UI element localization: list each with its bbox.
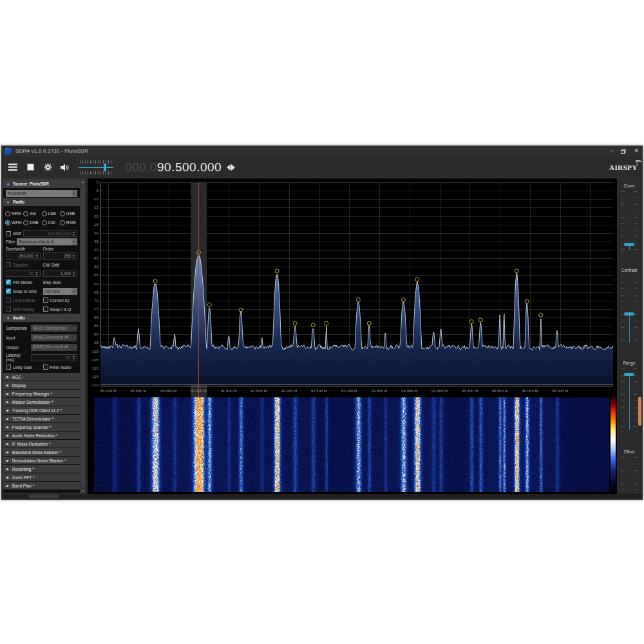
collapsed-panel-tracking-dde-client-v1-2[interactable]: ▶Tracking DDE Client v1.2 * xyxy=(3,406,80,414)
collapsed-panel-frequency-scanner[interactable]: ▶Frequency Scanner * xyxy=(3,423,80,431)
tune-down-arrow[interactable] xyxy=(227,164,231,171)
order-spinner[interactable]: 250▲▼ xyxy=(43,252,78,260)
swap-iq-checkbox[interactable] xyxy=(43,307,48,312)
step-size-select[interactable]: 100 kHz▼ xyxy=(43,288,78,295)
scroll-up-icon[interactable]: ▲ xyxy=(80,179,86,185)
latency-spinner[interactable]: 51▲▼ xyxy=(31,354,77,361)
collapsed-panel-if-noise-reduction[interactable]: ▶IF Noise Reduction * xyxy=(3,440,80,448)
expand-triangle-icon: ▶ xyxy=(6,425,9,429)
spinner-arrows-icon[interactable]: ▲▼ xyxy=(71,270,76,276)
volume-slider[interactable] xyxy=(77,160,115,175)
mode-radio-wfm[interactable]: WFM xyxy=(5,218,23,227)
spinner-arrows-icon[interactable]: ▲▼ xyxy=(71,355,76,361)
unity-gain-checkbox[interactable] xyxy=(6,365,11,370)
range-slider-thumb[interactable] xyxy=(624,373,634,376)
audio-input-select[interactable]: [MME] Microsoft 声▼ xyxy=(31,334,77,341)
range-slider-track[interactable] xyxy=(620,367,639,431)
panel-label: Frequency Manager * xyxy=(12,392,53,396)
collapsed-panel-band-plan[interactable]: ▶Band Plan * xyxy=(3,482,80,489)
mode-radio-lsb[interactable]: LSB xyxy=(42,209,60,218)
squelch-checkbox[interactable] xyxy=(6,262,11,267)
horizontal-scrollbar-thumb[interactable] xyxy=(29,495,59,498)
audio-mute-button[interactable] xyxy=(59,162,71,173)
fm-stereo-checkbox[interactable] xyxy=(6,279,11,285)
tune-up-arrow[interactable] xyxy=(231,164,235,171)
minimize-button[interactable]: – xyxy=(610,148,613,154)
freq-tick-label: 89.500 M xyxy=(126,389,151,393)
db-tick-label: -65 xyxy=(87,290,99,294)
mode-radio-cw[interactable]: CW xyxy=(42,218,60,227)
contrast-slider[interactable]: Contrast xyxy=(617,267,641,344)
swap-iq-label: Swap I & Q xyxy=(50,307,71,312)
horizontal-scrollbar[interactable] xyxy=(3,494,641,498)
close-button[interactable]: ✕ xyxy=(634,148,639,154)
contrast-slider-thumb[interactable] xyxy=(624,312,634,316)
mode-radio-am[interactable]: AM xyxy=(23,209,41,218)
spinner-arrows-icon[interactable]: ▲▼ xyxy=(35,253,39,259)
squelch-spinner[interactable]: 50▲▼ xyxy=(6,270,41,277)
mode-radio-usb[interactable]: USB xyxy=(60,209,78,218)
collapsed-panel-baseband-noise-blanker[interactable]: ▶Baseband Noise Blanker * xyxy=(3,448,80,456)
spectrum-plot[interactable] xyxy=(100,182,613,385)
shift-value-spinner[interactable]: -120,000,000 ▲▼ xyxy=(23,230,77,237)
db-tick-label: -105 xyxy=(87,358,99,362)
mode-radio-raw[interactable]: RAW xyxy=(60,218,78,227)
lock-carrier-label: Lock Carrier xyxy=(13,298,35,303)
collapsed-panel-frequency-manager[interactable]: ▶Frequency Manager * xyxy=(3,390,80,397)
audio-panel-header[interactable]: ▼Audio xyxy=(3,314,80,322)
db-tick-label: -30 xyxy=(87,231,99,235)
collapsed-panel-demodulator-noise-blanker[interactable]: ▶Demodulator Noise Blanker * xyxy=(3,457,80,464)
collapsed-panel-zoom-fft[interactable]: ▶Zoom FFT * xyxy=(3,473,80,481)
radio-panel-header[interactable]: ▼Radio xyxy=(3,198,80,206)
source-panel-header[interactable]: ▼Source: PlutoSDR xyxy=(3,180,80,188)
bandwidth-spinner[interactable]: 250,000▲▼ xyxy=(6,252,41,260)
db-tick-label: -120 xyxy=(87,383,99,387)
waterfall-display[interactable] xyxy=(94,397,609,492)
spinner-arrows-icon[interactable]: ▲▼ xyxy=(71,253,76,259)
offset-slider-track[interactable] xyxy=(620,456,639,500)
stop-button[interactable] xyxy=(24,162,36,173)
menu-button[interactable] xyxy=(7,162,19,173)
collapsed-panel-agc[interactable]: ▶AGC xyxy=(3,373,80,381)
sidebar-scrollbar[interactable]: ▲ ▼ xyxy=(80,179,86,494)
collapsed-panel-meteor-demodulator[interactable]: ▶Meteor Demodulator * xyxy=(3,398,80,406)
collapsed-panel-display[interactable]: ▶Display xyxy=(3,381,80,389)
audio-output-select[interactable]: [MME] Microsoft 声▼ xyxy=(31,344,77,351)
shift-checkbox[interactable] xyxy=(6,231,11,236)
spinner-arrows-icon[interactable]: ▲▼ xyxy=(71,231,76,236)
sidebar-scrollbar-thumb[interactable] xyxy=(80,185,85,488)
anti-fading-checkbox[interactable] xyxy=(6,307,11,312)
snap-to-grid-checkbox[interactable] xyxy=(6,289,11,294)
samplerate-select[interactable]: 48000 sample/sec▼ xyxy=(31,325,77,332)
scroll-down-icon[interactable]: ▼ xyxy=(80,488,86,494)
chevron-down-icon: ▼ xyxy=(71,288,77,295)
volume-thumb[interactable] xyxy=(104,164,106,171)
offset-slider[interactable]: Offset xyxy=(617,448,641,500)
freq-tick-label: 91.000 M xyxy=(216,389,242,393)
panel-scrollbar-thumb[interactable] xyxy=(638,397,641,426)
zoom-slider-thumb[interactable] xyxy=(624,243,634,246)
expand-triangle-icon: ▶ xyxy=(6,459,9,462)
cw-shift-spinner[interactable]: 1,000▲▼ xyxy=(43,270,78,277)
expand-triangle-icon: ▶ xyxy=(6,467,9,471)
restore-button[interactable] xyxy=(621,149,626,154)
correct-iq-checkbox[interactable] xyxy=(43,298,48,303)
contrast-slider-track[interactable] xyxy=(620,274,639,344)
lock-carrier-checkbox[interactable] xyxy=(6,298,11,303)
range-slider-label: Range xyxy=(623,359,635,367)
collapsed-panel-tetra-demodulator[interactable]: ▶TETRA Demodulator * xyxy=(3,415,80,422)
mode-radio-dsb[interactable]: DSB xyxy=(23,218,41,227)
filter-select[interactable]: Blackman-Harris 4▼ xyxy=(17,238,77,245)
filter-audio-checkbox[interactable] xyxy=(43,365,48,370)
chevron-down-icon: ▼ xyxy=(71,344,77,351)
expand-triangle-icon: ▶ xyxy=(6,475,9,479)
collapsed-panel-recording[interactable]: ▶Recording * xyxy=(3,465,80,473)
frequency-display[interactable]: 000.090.500.000 xyxy=(125,160,222,175)
zoom-slider-track[interactable] xyxy=(620,190,639,251)
settings-button[interactable] xyxy=(42,162,53,173)
mode-radio-nfm[interactable]: NFM xyxy=(5,209,23,218)
source-device-select[interactable]: PlutoSDR▼ xyxy=(6,190,77,197)
spinner-arrows-icon[interactable]: ▲▼ xyxy=(35,270,39,276)
collapsed-panel-audio-noise-reduction[interactable]: ▶Audio Noise Reduction * xyxy=(3,431,80,439)
zoom-slider[interactable]: Zoom xyxy=(617,182,641,251)
